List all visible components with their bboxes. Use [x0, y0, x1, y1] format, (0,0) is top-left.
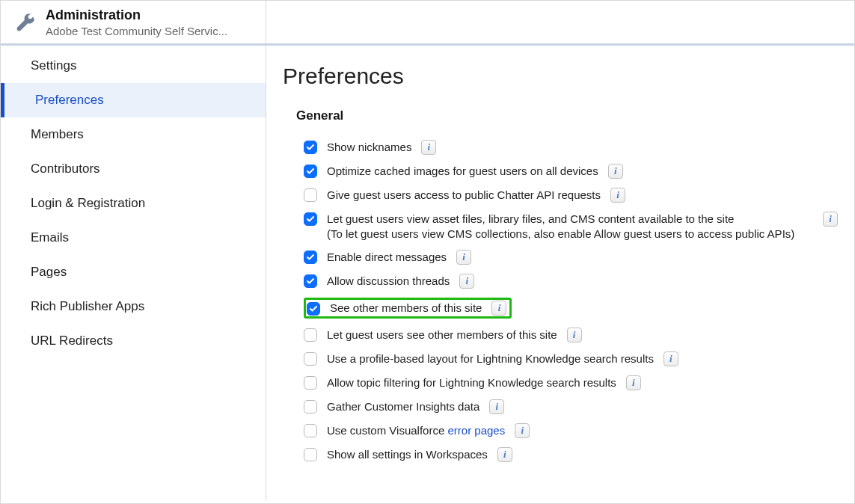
- option-label: Use a profile-based layout for Lightning…: [327, 351, 654, 366]
- sidebar-item-label: Emails: [31, 230, 69, 245]
- sidebar-item-label: Preferences: [35, 93, 104, 107]
- header: Administration Adobe Test Community Self…: [1, 1, 854, 46]
- option-link[interactable]: error pages: [447, 424, 505, 437]
- sidebar-item-url-redirects[interactable]: URL Redirects: [1, 324, 266, 358]
- page-title: Preferences: [283, 64, 838, 89]
- checkbox[interactable]: [304, 212, 317, 226]
- wrench-icon: [14, 12, 35, 33]
- option-label: Let guest users see other members of thi…: [327, 328, 557, 342]
- option-sublabel: (To let guest users view CMS collections…: [327, 227, 794, 242]
- checkbox[interactable]: [304, 424, 317, 437]
- option-label: Show all settings in Workspaces: [327, 447, 488, 462]
- option-label: Give guest users access to public Chatte…: [327, 188, 601, 203]
- info-icon[interactable]: i: [456, 250, 471, 265]
- sidebar-item-label: Rich Publisher Apps: [31, 299, 144, 313]
- info-icon[interactable]: i: [489, 399, 504, 414]
- checkbox[interactable]: [304, 274, 317, 288]
- sidebar-item-label: Pages: [31, 265, 67, 279]
- sidebar-item-contributors[interactable]: Contributors: [1, 152, 266, 186]
- option-label: Gather Customer Insights data: [327, 399, 479, 414]
- highlight-box: See other members of this sitei: [304, 298, 512, 319]
- option-label: Use custom Visualforce error pages: [327, 423, 505, 438]
- option-row: Let guest users view asset files, librar…: [304, 207, 838, 245]
- option-row: Optimize cached images for guest users o…: [304, 159, 838, 183]
- sidebar-item-pages[interactable]: Pages: [1, 255, 266, 289]
- info-icon[interactable]: i: [823, 212, 838, 227]
- info-icon[interactable]: i: [459, 274, 474, 289]
- sidebar-item-login-registration[interactable]: Login & Registration: [1, 186, 266, 221]
- sidebar-item-label: URL Redirects: [31, 334, 113, 348]
- sidebar-item-label: Login & Registration: [31, 196, 145, 210]
- sidebar-item-preferences[interactable]: Preferences: [1, 83, 266, 117]
- option-row: Allow topic filtering for Lightning Know…: [304, 371, 838, 395]
- option-row: See other members of this sitei: [304, 293, 838, 323]
- option-label: Let guest users view asset files, librar…: [327, 212, 794, 241]
- info-icon[interactable]: i: [626, 375, 641, 390]
- checkbox[interactable]: [304, 448, 317, 461]
- sidebar-item-label: Contributors: [31, 162, 100, 176]
- option-row: Use a profile-based layout for Lightning…: [304, 347, 838, 371]
- info-icon[interactable]: i: [497, 447, 512, 462]
- option-row: Let guest users see other members of thi…: [304, 323, 838, 347]
- option-label: Allow topic filtering for Lightning Know…: [327, 375, 616, 390]
- sidebar: SettingsPreferencesMembersContributorsLo…: [1, 46, 266, 501]
- info-icon[interactable]: i: [515, 423, 530, 438]
- checkbox[interactable]: [304, 251, 317, 264]
- option-label: Show nicknames: [327, 140, 411, 155]
- option-label: Optimize cached images for guest users o…: [327, 164, 598, 179]
- checkbox[interactable]: [304, 188, 317, 202]
- sidebar-item-label: Members: [31, 127, 84, 141]
- option-row: Gather Customer Insights datai: [304, 395, 838, 419]
- option-row: Show all settings in Workspacesi: [304, 443, 838, 467]
- option-label: See other members of this site: [330, 301, 482, 316]
- info-icon[interactable]: i: [421, 140, 436, 155]
- info-icon[interactable]: i: [608, 164, 623, 179]
- option-label: Allow discussion threads: [327, 274, 450, 289]
- info-icon[interactable]: i: [567, 328, 582, 342]
- header-title: Administration: [46, 7, 227, 23]
- checkbox[interactable]: [307, 302, 320, 316]
- option-row: Give guest users access to public Chatte…: [304, 183, 838, 207]
- info-icon[interactable]: i: [664, 351, 678, 366]
- option-row: Enable direct messagesi: [304, 245, 838, 269]
- option-row: Show nicknamesi: [304, 135, 838, 159]
- section-title: General: [296, 108, 838, 123]
- sidebar-item-settings[interactable]: Settings: [1, 49, 266, 83]
- sidebar-item-rich-publisher-apps[interactable]: Rich Publisher Apps: [1, 289, 266, 324]
- main-content: Preferences General Show nicknamesiOptim…: [266, 46, 854, 501]
- option-label: Enable direct messages: [327, 250, 447, 265]
- sidebar-item-members[interactable]: Members: [1, 117, 266, 152]
- checkbox[interactable]: [304, 165, 317, 178]
- sidebar-item-label: Settings: [31, 58, 76, 73]
- options-list: Show nicknamesiOptimize cached images fo…: [304, 135, 838, 467]
- header-left: Administration Adobe Test Community Self…: [1, 1, 266, 43]
- sidebar-item-emails[interactable]: Emails: [1, 221, 266, 255]
- option-row: Use custom Visualforce error pagesi: [304, 419, 838, 443]
- checkbox[interactable]: [304, 376, 317, 390]
- checkbox[interactable]: [304, 400, 317, 414]
- header-subtitle: Adobe Test Community Self Servic...: [46, 25, 227, 37]
- info-icon[interactable]: i: [491, 301, 506, 316]
- checkbox[interactable]: [304, 328, 317, 342]
- checkbox[interactable]: [304, 141, 317, 154]
- checkbox[interactable]: [304, 352, 317, 366]
- info-icon[interactable]: i: [610, 188, 625, 203]
- option-body: Let guest users view asset files, librar…: [327, 212, 838, 241]
- option-row: Allow discussion threadsi: [304, 269, 838, 293]
